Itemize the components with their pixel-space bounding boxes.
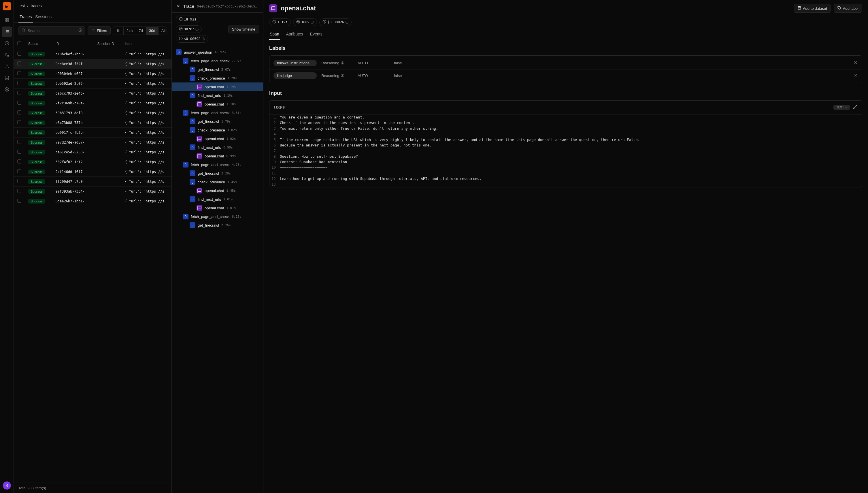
time-range-7d[interactable]: 7d [136,27,146,35]
table-row[interactable]: Success797d27de-ad57-{ "url": "https://s [14,137,172,147]
row-checkbox[interactable] [17,51,21,56]
tree-node[interactable]: {}find_next_urls0.99s [172,143,263,152]
tree-node[interactable]: {}find_next_urls1.01s [172,195,263,203]
table-row[interactable]: Successff290d47-c7c0-{ "url": "https://s [14,177,172,187]
table-row[interactable]: Success507f4f02-1c12-{ "url": "https://s [14,157,172,167]
row-checkbox[interactable] [17,101,21,105]
nav-dashboard-icon[interactable] [2,15,12,25]
table-row[interactable]: Success7f2c369b-c78a-{ "url": "https://s [14,98,172,108]
column-header[interactable]: Input [121,38,172,49]
table-row[interactable]: Success9ee8ce3d-f52f-{ "url": "https://s [14,59,172,69]
tree-node[interactable]: {}fetch_page_and_check7.97s [172,57,263,65]
nav-settings-icon[interactable] [2,84,12,94]
search-input[interactable] [28,28,76,33]
info-icon[interactable]: ⓘ [202,37,205,41]
show-timeline-button[interactable]: Show timeline [228,25,259,34]
breadcrumb-parent[interactable]: test [19,3,25,8]
row-checkbox[interactable] [17,189,21,193]
tree-node[interactable]: {}fetch_page_and_check4.75s [172,160,263,169]
tree-node[interactable]: {}fetch_page_and_check3.81s [172,108,263,117]
table-row[interactable]: Success2cf146dd-16f7-{ "url": "https://s [14,167,172,177]
time-range-1h[interactable]: 1h [113,27,123,35]
table-row[interactable]: Success9af393ab-7334-{ "url": "https://s [14,187,172,196]
row-checkbox[interactable] [17,110,21,114]
nav-pipelines-icon[interactable] [2,49,12,60]
clear-search-icon[interactable] [79,28,82,33]
tree-node[interactable]: {}get_firecrawl2.26s [172,221,263,230]
row-checkbox[interactable] [17,199,21,203]
time-range-24h[interactable]: 24h [124,27,136,35]
detail-body[interactable]: Labels follows_instructionsReasoning ⓘAU… [263,40,868,493]
close-icon[interactable] [853,73,858,79]
tree-node[interactable]: openai.chat1.45s [172,186,263,195]
table-row[interactable]: Successa90304eb-d627-{ "url": "https://s [14,69,172,79]
tab-events[interactable]: Events [310,29,323,40]
table-row[interactable]: Success5bb592ad-2c03-{ "url": "https://s [14,79,172,88]
row-checkbox[interactable] [17,150,21,154]
collapse-panel-icon[interactable] [176,3,180,9]
tree-node[interactable]: {}check_presence1.20s [172,74,263,83]
tree-node[interactable]: {}check_presence1.45s [172,178,263,186]
tree-node[interactable]: openai.chat1.10s [172,100,263,108]
nav-upload-icon[interactable] [2,61,12,71]
table-row[interactable]: Successb6c73b88-757b-{ "url": "https://s [14,118,172,128]
content-type-chip[interactable]: TEXT ▾ [833,105,850,110]
nav-analytics-icon[interactable] [2,38,12,48]
span-tree[interactable]: {}answer_question18.92s{}fetch_page_and_… [172,46,263,493]
column-header[interactable]: Status [25,38,52,49]
tree-node[interactable]: openai.chat1.19s [172,83,263,91]
nav-traces-icon[interactable] [2,26,12,37]
info-icon[interactable]: ⓘ [311,20,314,24]
info-icon[interactable]: ⓘ [345,20,349,24]
select-all-checkbox[interactable] [17,41,21,45]
row-checkbox[interactable] [17,81,21,85]
row-checkbox[interactable] [17,179,21,183]
column-header[interactable] [14,38,25,49]
tab-attributes[interactable]: Attributes [286,29,304,40]
row-checkbox[interactable] [17,71,21,75]
table-row[interactable]: Successce61ce5d-5250-{ "url": "https://s [14,147,172,157]
nav-database-icon[interactable] [2,73,12,83]
row-checkbox[interactable] [17,159,21,164]
tree-node[interactable]: {}get_firecrawl1.79s [172,117,263,126]
tree-node[interactable]: {}answer_question18.92s [172,48,263,57]
code-block[interactable]: 1You are given a question and a content.… [269,114,862,187]
tree-node[interactable]: openai.chat1.02s [172,134,263,143]
user-avatar[interactable]: R [3,481,11,490]
row-checkbox[interactable] [17,91,21,95]
row-checkbox[interactable] [17,140,21,144]
tree-node[interactable]: openai.chat0.99s [172,152,263,160]
time-range-All[interactable]: All [158,27,167,35]
close-icon[interactable] [853,60,858,66]
add-to-dataset-button[interactable]: Add to dataset [794,4,831,13]
row-checkbox[interactable] [17,169,21,173]
traces-table-wrap[interactable]: StatusIDSession IDInput Successc10bcbef-… [14,38,172,483]
tab-span[interactable]: Span [269,29,280,40]
label-chip[interactable]: follows_instructions [273,60,317,66]
time-range-30d[interactable]: 30d [146,27,158,35]
info-icon[interactable]: ⓘ [195,27,199,31]
expand-icon[interactable] [853,105,857,110]
label-reasoning[interactable]: Reasoning ⓘ [321,73,353,78]
tree-node[interactable]: {}check_presence1.02s [172,126,263,134]
table-row[interactable]: Success6dae26b7-1bb1-{ "url": "https://s [14,196,172,206]
table-row[interactable]: Successda6cc793-2e4b-{ "url": "https://s [14,88,172,98]
label-reasoning[interactable]: Reasoning ⓘ [321,61,353,65]
filters-button[interactable]: Filters [88,26,111,35]
tree-node[interactable]: {}get_firecrawl2.29s [172,169,263,178]
table-row[interactable]: Successc10bcbef-7bc0-{ "url": "https://s [14,49,172,59]
table-row[interactable]: Success39b31793-def8-{ "url": "https://s [14,108,172,118]
tree-node[interactable]: {}get_firecrawl5.67s [172,65,263,74]
row-checkbox[interactable] [17,130,21,134]
tree-node[interactable]: {}find_next_urls1.10s [172,91,263,100]
label-chip[interactable]: llm judge [273,72,317,79]
table-row[interactable]: Successbe9917fc-fb2b-{ "url": "https://s [14,128,172,137]
info-icon[interactable]: ⓘ [341,73,344,78]
app-logo[interactable]: ▶ [3,2,11,10]
tree-node[interactable]: {}fetch_page_and_check6.16s [172,212,263,221]
row-checkbox[interactable] [17,120,21,124]
tab-sessions[interactable]: Sessions [34,12,53,22]
tree-node[interactable]: openai.chat1.01s [172,203,263,212]
search-box[interactable] [19,26,85,35]
column-header[interactable]: Session ID [94,38,121,49]
